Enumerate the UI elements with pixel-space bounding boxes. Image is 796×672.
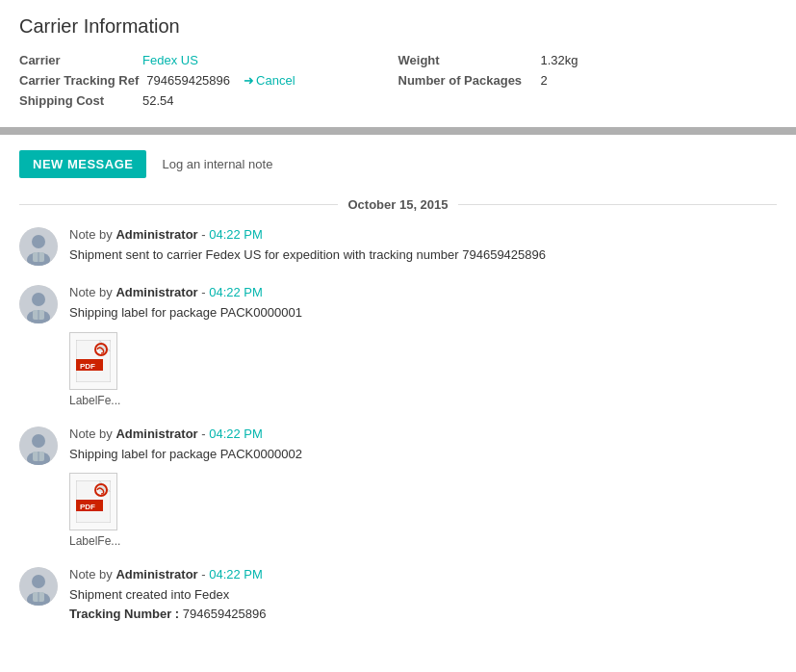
attachment-label: LabelFe... (69, 394, 120, 407)
message-author: Administrator (116, 426, 197, 441)
avatar (19, 285, 58, 323)
message-header: Note by Administrator - 04:22 PM (69, 285, 777, 299)
time-separator: - (198, 567, 210, 582)
attachment-icon[interactable]: PDF (69, 473, 117, 530)
messaging-toolbar: NEW MESSAGE Log an internal note (19, 150, 777, 178)
message-body: Shipping label for package PACK0000002 (69, 445, 777, 464)
tracking-value: 794659425896 (146, 73, 230, 88)
message-header: Note by Administrator - 04:22 PM (69, 426, 777, 441)
weight-row: Weight 1.32kg (398, 53, 778, 67)
svg-text:PDF: PDF (80, 362, 95, 371)
svg-point-28 (32, 575, 45, 588)
new-message-button[interactable]: NEW MESSAGE (19, 150, 146, 178)
section-divider (0, 127, 796, 135)
shipping-cost-value: 52.54 (142, 93, 174, 108)
packages-row: Number of Packages 2 (398, 73, 778, 88)
message-body: Shipping label for package PACK0000001 (69, 303, 777, 323)
date-divider-line-left (19, 204, 338, 205)
message-header: Note by Administrator - 04:22 PM (69, 567, 777, 582)
page-container: Carrier Information Carrier Fedex US Car… (0, 0, 796, 642)
tracking-number-label: Tracking Number : (69, 607, 183, 621)
time-separator: - (198, 426, 210, 441)
message-content: Note by Administrator - 04:22 PM Shippin… (69, 285, 777, 407)
message-list: Note by Administrator - 04:22 PM Shipmen… (19, 227, 777, 623)
date-divider-text: October 15, 2015 (347, 197, 448, 212)
cancel-label: Cancel (256, 73, 295, 88)
message-header: Note by Administrator - 04:22 PM (69, 227, 777, 242)
svg-point-17 (32, 434, 45, 448)
attachment: PDF LabelFe... (69, 473, 777, 548)
carrier-label: Carrier (19, 53, 135, 67)
weight-value: 1.32kg (541, 53, 578, 67)
message-author: Administrator (116, 285, 197, 299)
arrow-right-icon: ➜ (244, 73, 254, 88)
time-separator: - (198, 285, 210, 299)
message-text: Shipment sent to carrier Fedex US for ex… (69, 247, 546, 262)
carrier-row: Carrier Fedex US (19, 53, 398, 67)
message-text: Shipping label for package PACK0000002 (69, 447, 302, 461)
message-time: 04:22 PM (209, 227, 263, 242)
note-prefix: Note by (69, 426, 116, 441)
cancel-link[interactable]: ➜ Cancel (244, 73, 295, 88)
message-author: Administrator (116, 567, 197, 582)
carrier-info-left: Carrier Fedex US Carrier Tracking Ref 79… (19, 53, 398, 108)
attachment-icon[interactable]: PDF (69, 332, 117, 390)
message-text: Shipping label for package PACK0000001 (69, 305, 302, 320)
note-prefix: Note by (69, 227, 116, 242)
pdf-icon: PDF (76, 480, 111, 523)
attachment-label: LabelFe... (69, 534, 120, 548)
message-content: Note by Administrator - 04:22 PM Shippin… (69, 426, 777, 549)
avatar-image (19, 227, 58, 266)
pdf-icon: PDF (76, 340, 111, 382)
carrier-info-grid: Carrier Fedex US Carrier Tracking Ref 79… (19, 53, 777, 108)
packages-value: 2 (541, 73, 548, 88)
avatar (19, 227, 58, 266)
date-divider-line-right (458, 204, 777, 205)
attachment: PDF LabelFe... (69, 332, 777, 407)
note-prefix: Note by (69, 285, 116, 299)
avatar-image (19, 567, 58, 606)
avatar (19, 426, 58, 465)
avatar (19, 567, 58, 606)
carrier-value[interactable]: Fedex US (142, 53, 198, 67)
svg-point-6 (32, 293, 45, 306)
message-item: Note by Administrator - 04:22 PM Shipmen… (19, 567, 777, 623)
carrier-info-right: Weight 1.32kg Number of Packages 2 (398, 53, 778, 108)
note-prefix: Note by (69, 567, 116, 582)
tracking-label: Carrier Tracking Ref (19, 73, 139, 88)
weight-label: Weight (398, 53, 533, 67)
message-content: Note by Administrator - 04:22 PM Shipmen… (69, 567, 777, 623)
avatar-image (19, 426, 58, 465)
message-item: Note by Administrator - 04:22 PM Shippin… (19, 426, 777, 549)
message-author: Administrator (116, 227, 197, 242)
svg-point-1 (32, 235, 45, 248)
shipping-cost-label: Shipping Cost (19, 93, 135, 108)
message-item: Note by Administrator - 04:22 PM Shippin… (19, 285, 777, 407)
time-separator: - (198, 227, 210, 242)
message-content: Note by Administrator - 04:22 PM Shipmen… (69, 227, 777, 265)
message-item: Note by Administrator - 04:22 PM Shipmen… (19, 227, 777, 266)
message-line2: Tracking Number : 794659425896 (69, 605, 777, 624)
page-title: Carrier Information (19, 15, 777, 38)
date-divider: October 15, 2015 (19, 197, 777, 212)
shipping-cost-row: Shipping Cost 52.54 (19, 93, 398, 108)
message-time: 04:22 PM (209, 426, 263, 441)
message-time: 04:22 PM (209, 567, 263, 582)
message-line1: Shipment created into Fedex (69, 585, 777, 605)
message-body: Shipment sent to carrier Fedex US for ex… (69, 246, 777, 265)
tracking-row: Carrier Tracking Ref 794659425896 ➜ Canc… (19, 73, 398, 88)
internal-note-link[interactable]: Log an internal note (162, 157, 272, 171)
avatar-image (19, 285, 58, 323)
tracking-number-value: 794659425896 (183, 607, 267, 621)
svg-text:PDF: PDF (80, 503, 95, 511)
message-time: 04:22 PM (209, 285, 263, 299)
packages-label: Number of Packages (398, 73, 533, 88)
message-body: Shipment created into Fedex Tracking Num… (69, 585, 777, 623)
